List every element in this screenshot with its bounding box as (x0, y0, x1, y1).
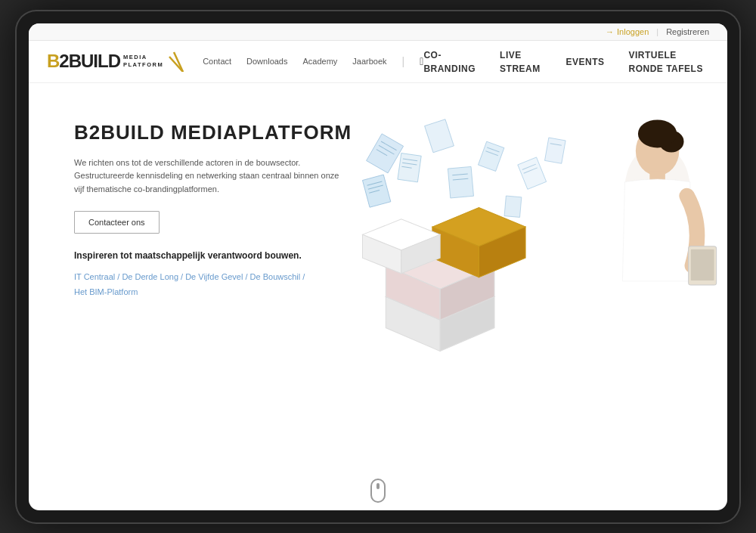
woman-figure (622, 119, 716, 285)
nav-item-events[interactable]: EVENTS (565, 54, 604, 68)
platform-link-bim[interactable]: Het BIM-Platform (74, 287, 138, 296)
main-nav-links: CO-BRANDING LIVE STREAM EVENTS VIRTUELE … (423, 48, 709, 75)
logo-b2: B2 (47, 51, 69, 72)
device-screen: → Inloggen | Registreren B2 BUILD MEDIA … (29, 23, 727, 510)
svg-rect-13 (478, 141, 503, 171)
svg-rect-6 (398, 153, 421, 181)
svg-rect-21 (367, 133, 404, 172)
logo-icon (168, 51, 184, 72)
platform-link-derde-long[interactable]: De Derde Long (122, 272, 178, 281)
platform-link-it-centraal[interactable]: IT Centraal (74, 272, 115, 281)
svg-line-9 (401, 166, 411, 168)
svg-line-23 (379, 145, 394, 154)
svg-rect-2 (362, 175, 390, 207)
device-frame: → Inloggen | Registreren B2 BUILD MEDIA … (15, 10, 741, 524)
contact-button[interactable]: Contacteer ons (74, 211, 160, 234)
nav-item-virtuele[interactable]: VIRTUELE RONDE TAFELS (628, 48, 709, 75)
svg-line-20 (550, 143, 562, 145)
nav-item-livestream[interactable]: LIVE STREAM (500, 48, 541, 75)
svg-marker-28 (386, 296, 440, 351)
svg-marker-35 (479, 227, 525, 277)
nav-item-cobranding[interactable]: CO-BRANDING (423, 48, 476, 75)
svg-marker-38 (401, 234, 440, 273)
svg-rect-43 (649, 171, 665, 183)
svg-line-3 (367, 181, 383, 185)
svg-rect-25 (425, 119, 454, 152)
svg-marker-31 (386, 265, 440, 320)
svg-line-8 (402, 163, 417, 165)
livestream-link[interactable]: LIVE STREAM (500, 50, 541, 74)
svg-marker-34 (432, 227, 479, 277)
svg-marker-30 (386, 242, 494, 289)
svg-point-42 (638, 119, 677, 147)
svg-line-15 (485, 150, 497, 155)
svg-line-7 (403, 159, 417, 161)
content-area: B2BUILD MEDIAPLATFORM We richten ons tot… (29, 83, 727, 510)
svg-rect-45 (691, 249, 714, 280)
scroll-indicator (370, 479, 386, 503)
svg-rect-10 (448, 166, 473, 198)
svg-line-5 (369, 190, 380, 193)
logo-platform: PLATFORM (123, 61, 163, 69)
svg-marker-32 (440, 265, 494, 320)
svg-point-39 (624, 145, 689, 231)
nav-divider: | (402, 55, 405, 67)
svg-line-17 (522, 164, 536, 169)
scroll-dot (376, 483, 380, 489)
contact-nav-link[interactable]: Contact (203, 57, 231, 66)
svg-marker-37 (362, 234, 401, 273)
svg-line-18 (524, 167, 538, 172)
svg-marker-27 (386, 273, 494, 320)
login-link[interactable]: → Inloggen (606, 27, 649, 36)
svg-line-4 (368, 185, 383, 189)
svg-marker-36 (362, 218, 440, 249)
hero-tagline: Inspireren tot maatschappelijk verantwoo… (74, 250, 352, 261)
svg-line-12 (453, 178, 468, 180)
logo-b: B (47, 51, 59, 71)
login-arrow-icon: → (606, 27, 614, 36)
logo-media: MEDIA (123, 54, 163, 61)
main-nav: B2 BUILD MEDIA PLATFORM Contact (29, 41, 727, 83)
svg-rect-19 (545, 138, 566, 163)
svg-line-14 (487, 147, 499, 151)
login-label: Inloggen (617, 27, 649, 36)
logo-build: BUILD (69, 51, 120, 72)
svg-marker-29 (440, 296, 494, 351)
logo: B2 BUILD MEDIA PLATFORM (47, 51, 184, 72)
platform-links: IT Centraal / De Derde Long / De Vijfde … (74, 270, 352, 300)
svg-rect-26 (504, 196, 522, 217)
utility-bar: → Inloggen | Registreren (29, 23, 727, 41)
svg-line-11 (452, 174, 467, 175)
platform-link-bouwschil[interactable]: De Bouwschil (250, 272, 301, 281)
svg-rect-16 (518, 156, 547, 188)
downloads-nav-link[interactable]: Downloads (246, 57, 287, 66)
events-link[interactable]: EVENTS (565, 57, 604, 67)
svg-point-40 (636, 126, 679, 175)
hero-title: B2BUILD MEDIAPLATFORM (74, 121, 352, 144)
svg-line-22 (381, 141, 396, 150)
svg-point-41 (659, 130, 684, 152)
hero-content: B2BUILD MEDIAPLATFORM We richten ons tot… (74, 121, 352, 300)
svg-rect-44 (689, 246, 717, 284)
logo-media-platform: MEDIA PLATFORM (123, 54, 163, 69)
academy-nav-link[interactable]: Academy (302, 57, 337, 66)
secondary-nav: Contact Downloads Academy Jaarboek | 𝒝 (203, 55, 423, 67)
svg-marker-33 (432, 207, 525, 246)
register-link[interactable]: Registreren (666, 27, 709, 36)
hero-description: We richten ons tot de verschillende acto… (74, 156, 346, 197)
svg-line-24 (376, 149, 387, 155)
cobranding-link[interactable]: CO-BRANDING (423, 50, 476, 74)
platform-link-vijfde-gevel[interactable]: De Vijfde Gevel (185, 272, 243, 281)
virtuele-link[interactable]: VIRTUELE RONDE TAFELS (628, 50, 702, 74)
utility-separator: | (656, 27, 658, 36)
jaarboek-nav-link[interactable]: Jaarboek (352, 57, 386, 66)
